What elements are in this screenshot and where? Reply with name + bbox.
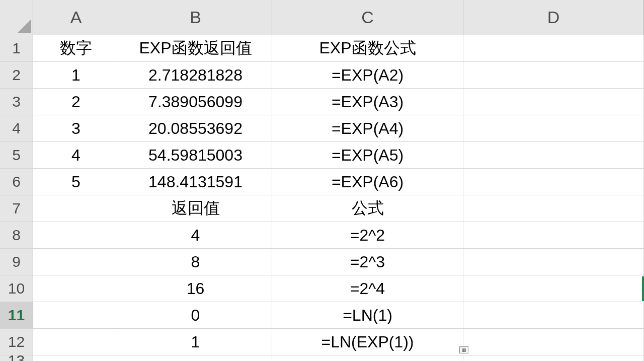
cell-B9[interactable]: 8 bbox=[119, 249, 272, 275]
cell-C5[interactable]: =EXP(A5) bbox=[272, 142, 463, 169]
cell-B2[interactable]: 2.718281828 bbox=[119, 62, 272, 89]
cell-D8[interactable] bbox=[463, 222, 644, 249]
cell-A9[interactable] bbox=[33, 249, 119, 275]
cell-B5[interactable]: 54.59815003 bbox=[119, 142, 272, 169]
row-header-2[interactable]: 2 bbox=[0, 62, 33, 89]
cell-D10[interactable] bbox=[463, 275, 644, 302]
row-header-6[interactable]: 6 bbox=[0, 169, 33, 195]
row-header-5[interactable]: 5 bbox=[0, 142, 33, 169]
row-header-1[interactable]: 1 bbox=[0, 35, 33, 62]
cell-D1[interactable] bbox=[463, 35, 644, 62]
cell-C10[interactable]: =2^4 bbox=[272, 275, 463, 302]
cell-D11[interactable] bbox=[463, 302, 644, 329]
cell-B1[interactable]: EXP函数返回值 bbox=[119, 35, 272, 62]
row-header-11[interactable]: 11 bbox=[0, 302, 33, 329]
selection-edge-indicator bbox=[642, 276, 644, 301]
cell-A3[interactable]: 2 bbox=[33, 89, 119, 115]
col-header-B[interactable]: B bbox=[119, 0, 272, 35]
cell-A2[interactable]: 1 bbox=[33, 62, 119, 89]
cell-B4[interactable]: 20.08553692 bbox=[119, 115, 272, 142]
cell-A13[interactable] bbox=[33, 355, 119, 361]
cell-C3[interactable]: =EXP(A3) bbox=[272, 89, 463, 115]
cell-B6[interactable]: 148.4131591 bbox=[119, 169, 272, 195]
cell-B8[interactable]: 4 bbox=[119, 222, 272, 249]
row-header-7[interactable]: 7 bbox=[0, 195, 33, 222]
cell-B12[interactable]: 1 bbox=[119, 329, 272, 355]
cell-B10[interactable]: 16 bbox=[119, 275, 272, 302]
spreadsheet-grid[interactable]: A B C D 1 数字 EXP函数返回值 EXP函数公式 2 1 2.7182… bbox=[0, 0, 644, 361]
cell-D3[interactable] bbox=[463, 89, 644, 115]
cell-B13[interactable] bbox=[119, 355, 272, 361]
cell-A11[interactable] bbox=[33, 302, 119, 329]
cell-D12[interactable] bbox=[463, 329, 644, 355]
cell-D5[interactable] bbox=[463, 142, 644, 169]
row-header-8[interactable]: 8 bbox=[0, 222, 33, 249]
cell-B11[interactable]: 0 bbox=[119, 302, 272, 329]
row-header-13[interactable]: 13 bbox=[0, 355, 33, 361]
col-header-C[interactable]: C bbox=[272, 0, 463, 35]
cell-C4[interactable]: =EXP(A4) bbox=[272, 115, 463, 142]
cell-C13[interactable] bbox=[272, 355, 463, 361]
cell-D6[interactable] bbox=[463, 169, 644, 195]
paste-options-icon[interactable]: ▦ bbox=[459, 346, 468, 353]
cell-A7[interactable] bbox=[33, 195, 119, 222]
col-header-A[interactable]: A bbox=[33, 0, 119, 35]
cell-A8[interactable] bbox=[33, 222, 119, 249]
cell-D13[interactable] bbox=[463, 355, 644, 361]
cell-C2[interactable]: =EXP(A2) bbox=[272, 62, 463, 89]
cell-C1[interactable]: EXP函数公式 bbox=[272, 35, 463, 62]
row-header-4[interactable]: 4 bbox=[0, 115, 33, 142]
cell-C6[interactable]: =EXP(A6) bbox=[272, 169, 463, 195]
cell-B3[interactable]: 7.389056099 bbox=[119, 89, 272, 115]
select-all-corner[interactable] bbox=[0, 0, 33, 35]
cell-A5[interactable]: 4 bbox=[33, 142, 119, 169]
cell-C8[interactable]: =2^2 bbox=[272, 222, 463, 249]
cell-C9[interactable]: =2^3 bbox=[272, 249, 463, 275]
cell-B7[interactable]: 返回值 bbox=[119, 195, 272, 222]
cell-A1[interactable]: 数字 bbox=[33, 35, 119, 62]
cell-A10[interactable] bbox=[33, 275, 119, 302]
cell-C11[interactable]: =LN(1) bbox=[272, 302, 463, 329]
row-header-3[interactable]: 3 bbox=[0, 89, 33, 115]
cell-C12[interactable]: =LN(EXP(1)) bbox=[272, 329, 463, 355]
cell-D7[interactable] bbox=[463, 195, 644, 222]
cell-A4[interactable]: 3 bbox=[33, 115, 119, 142]
row-header-9[interactable]: 9 bbox=[0, 249, 33, 275]
cell-D2[interactable] bbox=[463, 62, 644, 89]
cell-D4[interactable] bbox=[463, 115, 644, 142]
cell-A6[interactable]: 5 bbox=[33, 169, 119, 195]
row-header-10[interactable]: 10 bbox=[0, 275, 33, 302]
col-header-D[interactable]: D bbox=[463, 0, 644, 35]
cell-C7[interactable]: 公式 bbox=[272, 195, 463, 222]
cell-A12[interactable] bbox=[33, 329, 119, 355]
cell-D9[interactable] bbox=[463, 249, 644, 275]
